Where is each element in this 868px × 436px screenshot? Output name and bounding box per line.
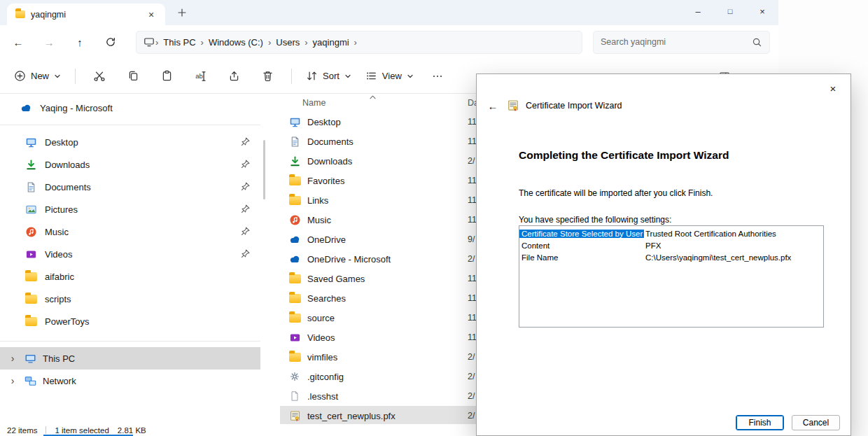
toolbar-divider <box>75 69 76 84</box>
sort-icon <box>306 70 318 82</box>
sidebar-item-music[interactable]: Music <box>4 220 256 243</box>
desktop-icon <box>288 116 301 128</box>
wizard-header: ← Certificate Import Wizard <box>485 99 622 112</box>
pictures-icon <box>25 204 37 216</box>
view-button[interactable]: View <box>358 64 421 88</box>
sidebar-item-powertoys[interactable]: PowerToys <box>4 310 256 332</box>
file-date: 9/ <box>468 234 475 244</box>
share-icon <box>228 70 240 82</box>
setting-row[interactable]: File Name C:\Users\yaqingmi\test_cert_ne… <box>519 251 823 263</box>
cancel-button[interactable]: Cancel <box>792 415 840 430</box>
status-bar-divider <box>46 426 46 434</box>
chevron-right-icon[interactable]: › <box>7 375 18 386</box>
pin-icon <box>240 181 251 192</box>
sidebar-item-network[interactable]: › Network <box>0 370 260 392</box>
tab-close-icon[interactable]: × <box>143 8 160 22</box>
back-button[interactable]: ← <box>3 29 34 55</box>
file-date: 2/ <box>468 352 475 362</box>
search-input[interactable]: Search yaqingmi <box>593 31 770 54</box>
breadcrumb-item-this-pc[interactable]: This PC <box>159 37 200 48</box>
folder-icon <box>25 272 37 281</box>
refresh-button[interactable] <box>95 29 126 55</box>
certificate-icon <box>507 99 519 112</box>
setting-key: Content <box>519 241 644 250</box>
up-button[interactable]: ↑ <box>64 29 95 55</box>
sidebar-item-label: Downloads <box>45 160 90 170</box>
paste-button[interactable] <box>152 64 181 88</box>
close-button[interactable]: × <box>746 0 778 22</box>
sidebar-item-scripts[interactable]: scripts <box>4 288 256 310</box>
view-button-label: View <box>382 71 402 81</box>
file-name: Downloads <box>307 156 352 167</box>
breadcrumb-item-users[interactable]: Users <box>272 37 304 48</box>
dialog-close-button[interactable]: × <box>821 80 845 97</box>
onedrive-cloud-icon <box>288 234 301 244</box>
sidebar-item-this-pc[interactable]: › This PC <box>0 347 260 370</box>
pin-icon <box>240 136 251 147</box>
file-name: Desktop <box>307 117 341 127</box>
column-header-name[interactable]: Name <box>302 98 326 108</box>
items-count: 22 items <box>7 426 37 435</box>
copy-button[interactable] <box>118 64 148 88</box>
new-button-label: New <box>31 71 49 81</box>
paste-icon <box>161 70 173 82</box>
new-button[interactable]: New <box>7 64 68 88</box>
file-name: Searches <box>307 293 346 304</box>
setting-key: File Name <box>519 253 644 262</box>
chevron-down-icon <box>407 73 414 80</box>
sidebar-item-aifabric[interactable]: aifabric <box>4 265 256 288</box>
sidebar-item-label: aifabric <box>45 272 74 282</box>
forward-button[interactable]: → <box>34 29 64 55</box>
explorer-tab[interactable]: yaqingmi × <box>7 3 165 25</box>
videos-icon <box>25 248 37 260</box>
finish-button[interactable]: Finish <box>736 415 784 430</box>
wizard-text-settings-label: You have specified the following setting… <box>519 215 671 225</box>
chevron-right-icon: › <box>354 37 358 48</box>
gear-icon <box>288 371 301 382</box>
new-tab-button[interactable] <box>172 5 192 20</box>
setting-row[interactable]: Certificate Store Selected by User Trust… <box>519 227 823 239</box>
sidebar-item-downloads[interactable]: Downloads <box>4 153 256 176</box>
wizard-back-button[interactable]: ← <box>485 100 500 112</box>
rename-button[interactable]: ab <box>186 64 215 88</box>
sidebar-divider <box>0 125 260 125</box>
downloads-icon <box>288 155 301 167</box>
onedrive-cloud-icon <box>288 254 301 264</box>
sidebar-item-videos[interactable]: Videos <box>4 243 256 265</box>
sort-button[interactable]: Sort <box>299 64 358 88</box>
folder-icon <box>288 314 301 323</box>
breadcrumb[interactable]: › This PC › Windows (C:) › Users › yaqin… <box>136 31 582 54</box>
sidebar-item-desktop[interactable]: Desktop <box>4 131 256 153</box>
more-button[interactable] <box>423 64 452 88</box>
settings-list[interactable]: Certificate Store Selected by User Trust… <box>519 225 824 328</box>
sidebar-item-label: Pictures <box>45 204 78 215</box>
delete-button[interactable] <box>253 64 282 88</box>
window-controls: – □ × <box>682 0 778 22</box>
scissors-icon <box>93 70 106 83</box>
pin-icon <box>240 226 251 237</box>
maximize-button[interactable]: □ <box>714 0 746 22</box>
sidebar-item-label: scripts <box>45 294 71 304</box>
breadcrumb-item-yaqingmi[interactable]: yaqingmi <box>309 37 354 48</box>
sidebar-item-pictures[interactable]: Pictures <box>4 198 256 220</box>
file-name: OneDrive - Microsoft <box>307 254 391 265</box>
cut-button[interactable] <box>85 64 114 88</box>
setting-row[interactable]: Content PFX <box>519 239 823 251</box>
chevron-right-icon[interactable]: › <box>7 353 18 364</box>
svg-text:ab: ab <box>195 72 203 80</box>
share-button[interactable] <box>219 64 248 88</box>
sidebar-item-documents[interactable]: Documents <box>4 176 256 198</box>
file-icon <box>288 391 301 402</box>
folder-icon <box>288 353 301 362</box>
plus-icon <box>178 8 186 17</box>
sidebar-item-label: PowerToys <box>45 316 90 327</box>
tab-bar: yaqingmi × – □ × <box>0 0 778 25</box>
sidebar-scrollbar[interactable] <box>263 140 265 199</box>
network-icon <box>24 375 36 387</box>
breadcrumb-item-windows-c[interactable]: Windows (C:) <box>204 37 267 48</box>
minimize-button[interactable]: – <box>682 0 714 22</box>
trash-icon <box>262 70 274 82</box>
sidebar-item-onedrive[interactable]: Yaqing - Microsoft <box>0 97 260 119</box>
chevron-down-icon <box>344 73 351 80</box>
sidebar-item-label: This PC <box>43 353 75 364</box>
